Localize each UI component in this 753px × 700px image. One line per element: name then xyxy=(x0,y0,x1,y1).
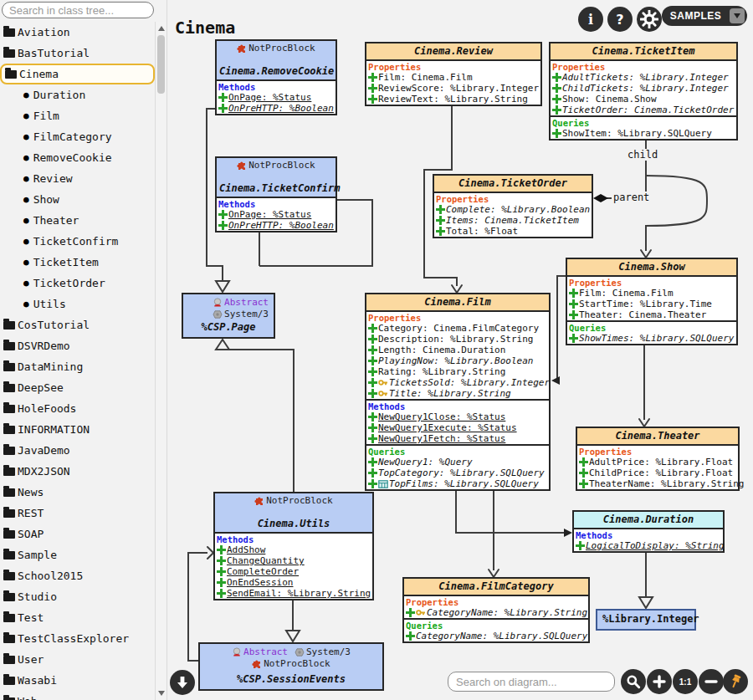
member-row[interactable]: TheaterName: %Library.String xyxy=(577,478,738,489)
member-row[interactable]: TicketsSold: %Library.Integer xyxy=(366,377,549,388)
tree-item-JavaDemo[interactable]: JavaDemo xyxy=(0,440,155,461)
pin-button[interactable] xyxy=(723,669,748,694)
info-button[interactable]: i xyxy=(578,7,603,32)
tree-item-Film[interactable]: ●Film xyxy=(0,105,155,126)
member-row[interactable]: Rating: %Library.String xyxy=(366,366,549,377)
tree-item-Show[interactable]: ●Show xyxy=(0,189,155,210)
tree-item-School2015[interactable]: School2015 xyxy=(0,565,155,586)
member-row[interactable]: PlayingNow: %Library.Boolean xyxy=(366,355,549,366)
member-row[interactable]: NewQuery1Fetch: %Status xyxy=(366,433,549,444)
member-row[interactable]: NewQuery1Execute: %Status xyxy=(366,422,549,433)
tree-item-INFORMATION[interactable]: INFORMATION xyxy=(0,419,155,440)
tree-item-FilmCategory[interactable]: ●FilmCategory xyxy=(0,126,155,147)
member-row[interactable]: OnPreHTTP: %Boolean xyxy=(217,103,336,114)
member-row[interactable]: Theater: Cinema.Theater xyxy=(567,309,736,320)
class-box-show[interactable]: Cinema.ShowPropertiesFilm: Cinema.FilmSt… xyxy=(566,258,738,345)
member-row[interactable]: Items: Cinema.TicketItem xyxy=(434,215,592,226)
tree-item-User[interactable]: User xyxy=(0,649,155,670)
member-row[interactable]: TopCategory: %Library.SQLQuery xyxy=(366,468,549,478)
member-row[interactable]: AddShow xyxy=(215,544,372,555)
member-row[interactable]: OnEndSession xyxy=(215,577,372,588)
member-row[interactable]: Category: Cinema.FilmCategory xyxy=(366,323,549,334)
class-box-ticketorder[interactable]: Cinema.TicketOrderPropertiesComplete: %L… xyxy=(433,174,593,238)
scrollbar-up-icon[interactable] xyxy=(158,26,165,31)
member-row[interactable]: Complete: %Library.Boolean xyxy=(434,204,592,215)
class-box-libinteger[interactable]: %Library.Integer xyxy=(596,609,696,631)
zoom-reset-button[interactable]: 1:1 xyxy=(673,669,698,694)
scrollbar-thumb[interactable] xyxy=(157,35,165,94)
tree-item-Web[interactable]: Web xyxy=(0,691,155,700)
tree-item-Studio[interactable]: Studio xyxy=(0,586,155,607)
tree-item-TicketOrder[interactable]: ●TicketOrder xyxy=(0,273,155,294)
namespace-dropdown[interactable]: SAMPLES xyxy=(662,6,747,26)
member-row[interactable]: ReviewText: %Library.String xyxy=(366,94,540,105)
tree-search-input[interactable] xyxy=(2,2,154,18)
member-row[interactable]: Film: Cinema.Film xyxy=(366,72,540,83)
member-row[interactable]: TopFilms: %Library.SQLQuery xyxy=(366,478,549,489)
zoom-in-button[interactable] xyxy=(647,669,672,694)
member-row[interactable]: AdultTickets: %Library.Integer xyxy=(551,72,736,83)
member-row[interactable]: SendEmail: %Library.String xyxy=(215,588,372,599)
member-row[interactable]: ShowTimes: %Library.SQLQuery xyxy=(567,333,736,344)
tree-item-MDX2JSON[interactable]: MDX2JSON xyxy=(0,461,155,482)
tree-item-BasTutorial[interactable]: BasTutorial xyxy=(0,43,155,64)
member-row[interactable]: NewQuery1Close: %Status xyxy=(366,411,549,422)
tree-item-Sample[interactable]: Sample xyxy=(0,544,155,565)
zoom-out-button[interactable] xyxy=(699,669,724,694)
tree-item-CosTutorial[interactable]: CosTutorial xyxy=(0,314,155,335)
class-box-film[interactable]: Cinema.FilmPropertiesCategory: Cinema.Fi… xyxy=(365,293,551,491)
class-box-review[interactable]: Cinema.ReviewPropertiesFilm: Cinema.Film… xyxy=(365,42,542,106)
tree-item-Theater[interactable]: ●Theater xyxy=(0,210,155,231)
diagram-search-input[interactable] xyxy=(448,672,615,692)
diagram-search-button[interactable] xyxy=(621,669,646,694)
member-row[interactable]: ShowItem: %Library.SQLQuery xyxy=(551,128,736,139)
class-box-filmcategory[interactable]: Cinema.FilmCategoryPropertiesCategoryNam… xyxy=(402,577,590,643)
tree-item-Wasabi[interactable]: Wasabi xyxy=(0,670,155,691)
tree-item-Test[interactable]: Test xyxy=(0,607,155,628)
member-row[interactable]: ChangeQuantity xyxy=(215,555,372,566)
tree-item-Utils[interactable]: ●Utils xyxy=(0,294,155,314)
class-box-utils[interactable]: NotProcBlockCinema.UtilsMethodsAddShowCh… xyxy=(213,492,374,600)
tree-item-DSVRDemo[interactable]: DSVRDemo xyxy=(0,335,155,356)
tree-item-REST[interactable]: REST xyxy=(0,503,155,524)
tree-item-DataMining[interactable]: DataMining xyxy=(0,356,155,377)
member-row[interactable]: OnPage: %Status xyxy=(217,92,336,103)
member-row[interactable]: ReviewScore: %Library.Integer xyxy=(366,83,540,94)
class-box-sessionevents[interactable]: AbstractSystem/3NotProcBlock%CSP.Session… xyxy=(198,642,384,691)
tree-item-Cinema[interactable]: Cinema xyxy=(0,64,155,84)
member-row[interactable]: NewQuery1: %Query xyxy=(366,457,549,468)
class-box-ticketconfirm[interactable]: NotProcBlockCinema.TicketConfirmMethodsO… xyxy=(215,156,337,232)
member-row[interactable]: StartTime: %Library.Time xyxy=(567,299,736,309)
member-row[interactable]: CategoryName: %Library.SQLQuery xyxy=(404,631,588,641)
tree-item-Duration[interactable]: ●Duration xyxy=(0,84,155,105)
member-row[interactable]: LogicalToDisplay: %String xyxy=(574,540,723,551)
member-row[interactable]: TicketOrder: Cinema.TicketOrder xyxy=(551,105,736,115)
member-row[interactable]: CompleteOrder xyxy=(215,566,372,577)
tree-item-Review[interactable]: ●Review xyxy=(0,168,155,189)
member-row[interactable]: ChildPrice: %Library.Float xyxy=(577,468,738,478)
tree-item-Aviation[interactable]: Aviation xyxy=(0,22,155,43)
tree-item-RemoveCookie[interactable]: ●RemoveCookie xyxy=(0,147,155,168)
member-row[interactable]: ChildTickets: %Library.Integer xyxy=(551,83,736,94)
tree-item-TestClassExplorer[interactable]: TestClassExplorer xyxy=(0,628,155,649)
tree-item-TicketConfirm[interactable]: ●TicketConfirm xyxy=(0,231,155,252)
class-box-theater[interactable]: Cinema.TheaterPropertiesAdultPrice: %Lib… xyxy=(576,427,740,491)
tree-item-News[interactable]: News xyxy=(0,482,155,503)
tree-item-DeepSee[interactable]: DeepSee xyxy=(0,377,155,398)
tree-item-HoleFoods[interactable]: HoleFoods xyxy=(0,398,155,419)
help-button[interactable]: ? xyxy=(607,7,633,32)
member-row[interactable]: Title: %Library.String xyxy=(366,388,549,399)
tree-scrollbar[interactable] xyxy=(155,22,166,700)
member-row[interactable]: Description: %Library.String xyxy=(366,334,549,345)
member-row[interactable]: OnPage: %Status xyxy=(217,209,336,220)
member-row[interactable]: Total: %Float xyxy=(434,226,592,237)
member-row[interactable]: Length: Cinema.Duration xyxy=(366,345,549,355)
scrollbar-down-icon[interactable] xyxy=(158,691,165,696)
scroll-down-button[interactable] xyxy=(170,670,195,695)
class-box-csppage[interactable]: AbstractSystem/3%CSP.Page xyxy=(182,293,275,339)
tree-item-TicketItem[interactable]: ●TicketItem xyxy=(0,252,155,273)
settings-button[interactable] xyxy=(637,7,662,32)
class-box-ticketitem[interactable]: Cinema.TicketItemPropertiesAdultTickets:… xyxy=(549,42,738,141)
class-box-removecookie[interactable]: NotProcBlockCinema.RemoveCookieMethodsOn… xyxy=(215,39,337,115)
tree-item-SOAP[interactable]: SOAP xyxy=(0,524,155,544)
